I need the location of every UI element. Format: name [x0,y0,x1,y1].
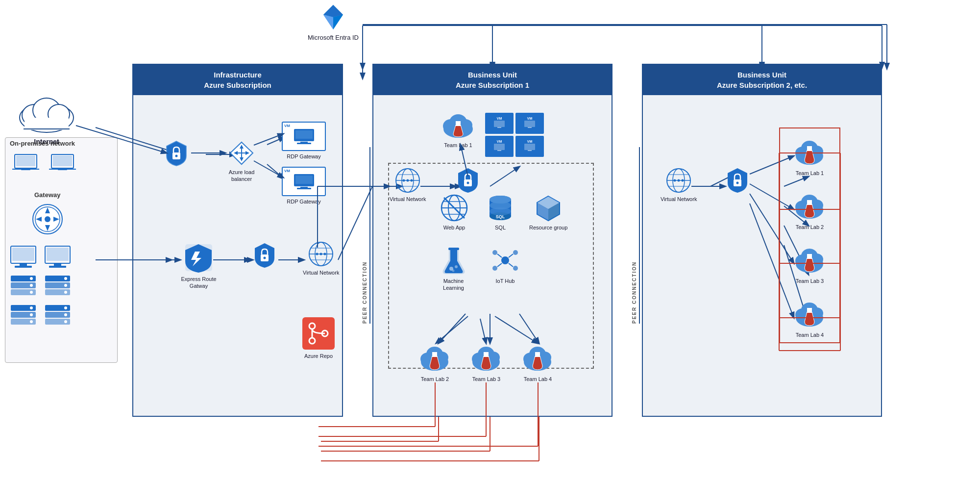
svg-point-67 [30,284,33,287]
bu1-vnet-label: Virtual Network [390,196,426,203]
svg-rect-136 [456,121,461,126]
svg-point-195 [674,179,676,182]
infra-subscription-header: Infrastructure Azure Subscription [133,65,342,95]
bu2-team-lab-4-label: Team Lab 4 [796,331,824,338]
bu2-team-lab-3-icon: Team Lab 3 [794,245,826,284]
svg-line-172 [509,254,513,257]
internet-cloud-container: Internet [15,91,78,146]
svg-marker-31 [323,5,343,17]
resource-group-label: Resource group [529,224,567,231]
infra-vnet-icon: Virtual Network [303,240,339,276]
peer-connection-1-container: PEER CONNECTION [359,147,373,324]
machine-learning-icon: Machine Learning [438,245,469,292]
svg-rect-139 [524,121,535,127]
svg-point-108 [264,257,266,259]
svg-rect-43 [21,169,30,170]
svg-point-128 [407,179,409,182]
bu1-vm-grid: VM VM VM VM [485,113,544,157]
bu2-team-lab-4-icon: Team Lab 4 [794,299,826,338]
svg-point-169 [492,266,497,271]
bu1-subscription-header: Business Unit Azure Subscription 1 [373,65,612,95]
svg-point-196 [678,179,680,182]
svg-rect-47 [58,169,67,170]
svg-rect-100 [297,143,311,144]
svg-rect-162 [448,248,459,250]
bu2-subscription-header: Business Unit Azure Subscription 2, etc. [643,65,881,95]
svg-point-79 [30,313,33,316]
bu2-team-lab-1-icon: Team Lab 1 [794,137,826,177]
svg-point-170 [513,266,518,271]
svg-point-86 [64,320,67,323]
svg-rect-41 [16,155,35,166]
rdp-gateway-2-icon: VM RDP Gateway [282,167,326,205]
bu1-team-lab-1-label: Team Lab 1 [444,142,472,149]
vm-box-1: VM [485,113,514,134]
onprem-laptop-1 [12,152,39,176]
express-route-icon: Express Route Gatway [180,242,217,290]
rdp-gateway-2-label: RDP Gateway [287,198,321,205]
svg-point-165 [452,270,454,272]
bu2-team-lab-2-label: Team Lab 2 [796,224,824,230]
svg-rect-140 [528,127,532,128]
svg-rect-58 [15,266,32,268]
onprem-server-4 [44,304,71,330]
onprem-laptop-2 [49,152,76,176]
peer-connection-1-label: PEER CONNECTION [362,147,370,324]
svg-point-115 [320,253,322,255]
bu1-team-lab-4-icon: Team Lab 4 [522,343,554,382]
svg-rect-143 [524,144,535,150]
svg-rect-102 [295,176,313,184]
vm-box-2: VM [515,113,544,134]
svg-point-54 [45,216,50,222]
infra-vnet-label: Virtual Network [303,269,339,276]
bu2-vnet-label: Virtual Network [661,196,697,203]
svg-rect-62 [49,266,66,268]
svg-point-88 [175,155,178,157]
bu2-team-lab-3-label: Team Lab 3 [796,278,824,284]
onprem-server-2 [44,275,71,301]
express-route-label: Express Route Gatway [180,276,217,290]
svg-point-114 [316,253,318,255]
svg-rect-137 [494,121,505,127]
svg-rect-38 [24,118,69,130]
bu1-team-lab-3-label: Team Lab 3 [472,376,500,382]
bu1-team-lab-3-icon: Team Lab 3 [470,343,502,382]
entra-icon [318,2,348,32]
svg-rect-189 [535,352,540,357]
svg-rect-61 [54,264,61,266]
vm-box-4: VM [515,136,544,157]
entra-id: Microsoft Entra ID [308,2,359,41]
gateway-label: Gateway [34,191,60,199]
gateway-icon [32,203,64,237]
bu1-team-lab-4-label: Team Lab 4 [524,376,552,382]
sql-icon: SQL SQL [488,194,513,231]
svg-text:SQL: SQL [496,214,505,219]
svg-point-78 [30,306,33,309]
rdp-gateway-1-icon: VM RDP Gateway [282,122,326,160]
svg-point-167 [492,250,497,255]
svg-rect-98 [295,130,313,139]
bu1-team-lab-2-label: Team Lab 2 [421,376,449,382]
infra-firewall-icon [164,140,189,167]
iot-hub-icon: IoT Hub [490,245,520,284]
bu2-subscription-box: Business Unit Azure Subscription 2, etc. [642,64,882,417]
resource-group-icon: Resource group [529,194,567,231]
entra-label: Microsoft Entra ID [308,34,359,41]
internet-cloud-icon [15,91,78,135]
iot-hub-label: IoT Hub [496,278,515,284]
web-app-label: Web App [443,224,465,231]
bu2-team-lab-2-icon: Team Lab 2 [794,191,826,230]
bu1-team-lab-1-icon: Team Lab 1 [441,110,475,149]
svg-rect-184 [484,352,489,357]
onprem-server-3 [10,304,37,330]
svg-rect-141 [494,144,505,150]
bu1-vnet-icon: Virtual Network [390,167,426,203]
peer-connection-2-container: PEER CONNECTION [628,147,643,324]
svg-point-131 [467,182,469,184]
svg-line-171 [497,254,502,257]
svg-point-85 [64,313,67,316]
svg-rect-60 [47,248,69,261]
svg-rect-214 [807,254,812,259]
onprem-desktop-1 [10,245,37,272]
bu2-team-lab-1-label: Team Lab 1 [796,170,824,177]
